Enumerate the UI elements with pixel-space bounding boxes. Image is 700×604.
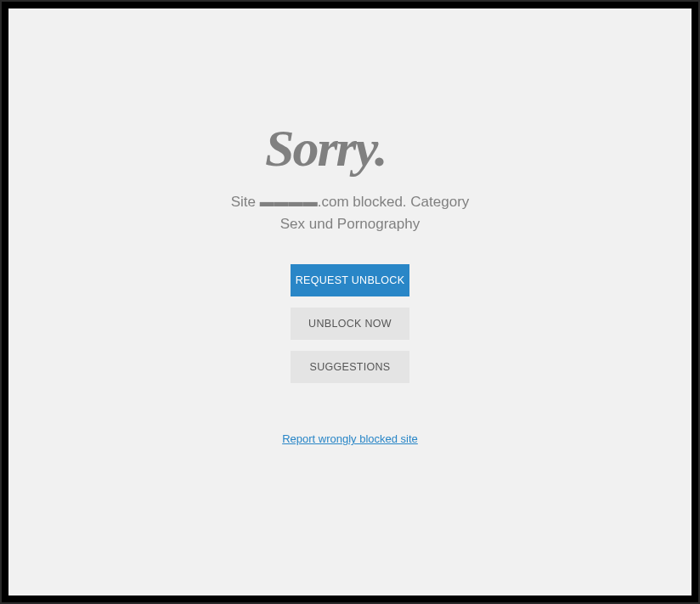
window-frame: Sorry. Site ▬▬▬▬.com blocked. Category S…: [2, 2, 698, 602]
blocked-page-content: Sorry. Site ▬▬▬▬.com blocked. Category S…: [8, 8, 692, 596]
svg-text:Sorry.: Sorry.: [265, 119, 386, 177]
suggestions-button[interactable]: SUGGESTIONS: [291, 351, 409, 383]
report-link[interactable]: Report wrongly blocked site: [282, 432, 418, 445]
request-unblock-button[interactable]: REQUEST UNBLOCK: [291, 264, 409, 296]
sorry-heading: Sorry.: [265, 119, 435, 183]
unblock-now-button[interactable]: UNBLOCK NOW: [291, 308, 409, 340]
blocked-message: Site ▬▬▬▬.com blocked. Category Sex und …: [223, 191, 477, 234]
